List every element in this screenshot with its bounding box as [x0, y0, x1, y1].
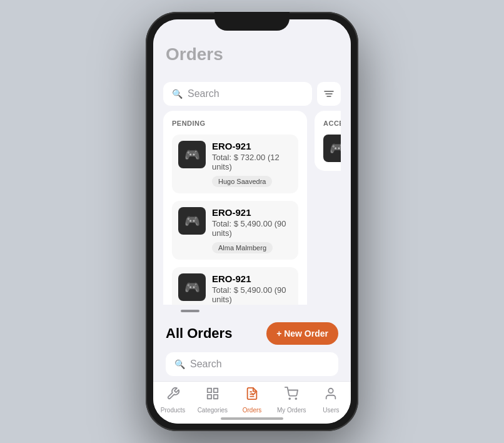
svg-rect-5 [214, 395, 218, 399]
product-icon: 🎮 [184, 213, 200, 228]
svg-rect-4 [214, 389, 218, 392]
svg-point-11 [296, 398, 297, 399]
orders-icon [245, 387, 259, 404]
categories-icon [206, 387, 219, 404]
search-bar: 🔍 Search [153, 77, 351, 111]
all-orders-search-placeholder: Search [190, 359, 222, 370]
screen-content: Orders 🔍 Search [153, 19, 351, 424]
categories-label: Categories [198, 407, 228, 414]
order-item[interactable]: 🎮 ERO-921 Total: $ 732.00 (12 units) Hug… [172, 135, 298, 193]
order-image: 🎮 [178, 207, 206, 235]
order-total: Total: $ 5,490.00 (90 units) [212, 285, 292, 304]
svg-point-10 [290, 398, 291, 399]
products-label: Products [161, 407, 185, 414]
myorders-label: My Orders [277, 407, 306, 414]
order-details: ERO-921 Total: $ 5,490.00 (90 units) Eli… [212, 273, 292, 305]
all-orders-title: All Orders [166, 325, 232, 342]
order-item[interactable]: 🎮 ERO-921 Total: $ 5,490.00 (90 units) A… [172, 201, 298, 260]
column-pending: PENDING 🎮 ERO-921 Total: $ 732.00 (12 un… [163, 111, 307, 305]
order-image: 🎮 [178, 141, 206, 168]
product-icon: 🎮 [184, 147, 200, 162]
order-customer: Alma Malmberg [212, 242, 273, 253]
all-orders-search[interactable]: 🔍 Search [166, 352, 338, 376]
home-indicator [221, 417, 283, 420]
order-customer: Hugo Saavedra [212, 176, 272, 187]
phone-frame: Orders 🔍 Search [146, 12, 358, 431]
svg-point-12 [329, 389, 333, 393]
nav-item-products[interactable]: Products [153, 387, 193, 414]
order-id: ERO-921 [212, 273, 292, 284]
column-accepted-header: ACCEP [323, 120, 341, 127]
kanban-scroll[interactable]: PENDING 🎮 ERO-921 Total: $ 732.00 (12 un… [163, 111, 341, 305]
filter-icon [323, 89, 335, 99]
all-orders-header: All Orders + New Order [166, 322, 338, 345]
column-pending-header: PENDING [172, 120, 298, 127]
users-icon [324, 387, 338, 404]
new-order-button[interactable]: + New Order [266, 322, 338, 345]
all-orders-search-icon: 🔍 [174, 359, 185, 369]
order-item[interactable]: 🎮 ERO-921 Total: $ 5,490.00 (90 units) E… [172, 267, 298, 305]
users-label: Users [323, 407, 339, 414]
nav-item-categories[interactable]: Categories [193, 387, 232, 414]
products-icon [166, 387, 180, 404]
product-icon: 🎮 [330, 141, 341, 156]
phone-screen: Orders 🔍 Search [153, 19, 351, 424]
scroll-indicator [163, 305, 341, 312]
order-details: ERO-921 Total: $ 732.00 (12 units) Hugo … [212, 141, 292, 187]
product-icon: 🎮 [184, 280, 200, 295]
svg-rect-6 [208, 395, 211, 399]
all-orders-section: All Orders + New Order 🔍 Search [153, 312, 351, 381]
order-id: ERO-921 [212, 141, 292, 151]
nav-item-orders[interactable]: Orders [232, 387, 271, 414]
svg-rect-3 [208, 389, 211, 392]
page-title: Orders [166, 44, 338, 64]
nav-item-myorders[interactable]: My Orders [272, 387, 311, 414]
column-accepted: ACCEP 🎮 [315, 111, 341, 171]
filter-button[interactable] [317, 82, 341, 106]
order-id: ERO-921 [212, 207, 292, 218]
order-total: Total: $ 732.00 (12 units) [212, 153, 292, 171]
myorders-icon [285, 387, 298, 404]
search-placeholder-text: Search [188, 88, 303, 99]
phone-notch [214, 12, 290, 31]
order-total: Total: $ 5,490.00 (90 units) [212, 219, 292, 238]
order-details: ERO-921 Total: $ 5,490.00 (90 units) Alm… [212, 207, 292, 253]
accepted-order-image[interactable]: 🎮 [323, 135, 341, 162]
nav-item-users[interactable]: Users [311, 387, 351, 414]
order-image: 🎮 [178, 273, 206, 301]
search-icon: 🔍 [172, 89, 183, 99]
kanban-wrapper: PENDING 🎮 ERO-921 Total: $ 732.00 (12 un… [153, 111, 351, 312]
orders-label: Orders [243, 407, 262, 414]
search-input-wrapper[interactable]: 🔍 Search [163, 82, 312, 106]
